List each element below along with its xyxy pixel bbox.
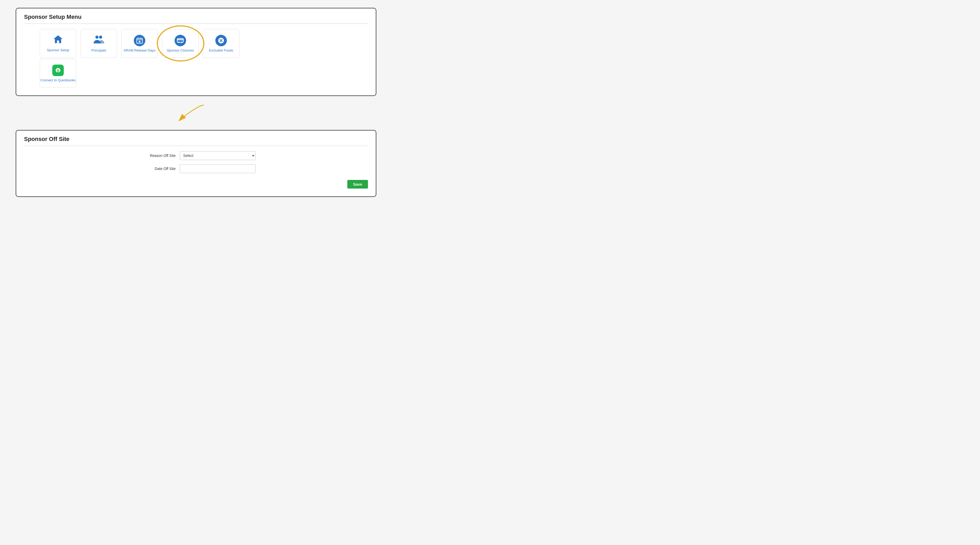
date-row: Date Off Site <box>29 164 368 173</box>
form-section: Reason Off Site Select Date Off Site Sav… <box>24 151 368 188</box>
x-circle-icon <box>215 35 227 46</box>
save-button[interactable]: Save <box>347 180 368 188</box>
principals-label: Principals <box>91 48 106 52</box>
bus-icon <box>175 35 186 46</box>
svg-point-5 <box>181 41 182 43</box>
menu-item-aram-release-days[interactable]: ARAM Release Days <box>121 29 158 58</box>
svg-rect-2 <box>137 38 142 43</box>
second-row: Connect to Quickbooks <box>24 59 368 88</box>
menu-card-title: Sponsor Setup Menu <box>24 14 368 24</box>
menu-item-sponsor-closures[interactable]: Sponsor Closures <box>162 29 199 58</box>
reason-row: Reason Off Site Select <box>29 151 368 160</box>
svg-point-0 <box>95 35 99 39</box>
form-card: Sponsor Off Site Reason Off Site Select … <box>16 130 376 197</box>
excluded-foods-label: Excluded Foods <box>209 48 233 52</box>
reason-select[interactable]: Select <box>180 151 256 160</box>
menu-item-excluded-foods[interactable]: Excluded Foods <box>203 29 239 58</box>
menu-grid: Sponsor Setup Principals <box>24 29 368 58</box>
quickbooks-icon <box>52 65 64 76</box>
menu-card: Sponsor Setup Menu Sponsor Setup Princ <box>16 8 376 96</box>
date-label: Date Off Site <box>142 167 176 171</box>
reason-label: Reason Off Site <box>142 153 176 158</box>
calendar-x-icon <box>134 35 145 46</box>
save-btn-row: Save <box>29 177 368 188</box>
menu-item-principals[interactable]: Principals <box>81 29 117 58</box>
svg-point-1 <box>99 35 102 39</box>
sponsor-closures-label: Sponsor Closures <box>167 48 194 52</box>
aram-release-days-label: ARAM Release Days <box>124 48 156 52</box>
svg-rect-3 <box>177 38 183 42</box>
connect-quickbooks-label: Connect to Quickbooks <box>40 78 76 82</box>
sponsor-setup-label: Sponsor Setup <box>47 48 69 52</box>
menu-item-sponsor-setup[interactable]: Sponsor Setup <box>40 29 76 58</box>
date-input[interactable] <box>180 164 256 173</box>
arrow-annotation <box>16 104 376 122</box>
menu-item-connect-quickbooks[interactable]: Connect to Quickbooks <box>40 59 76 88</box>
sponsor-closures-wrapper: Sponsor Closures <box>162 29 199 58</box>
house-icon <box>53 35 63 46</box>
svg-point-4 <box>178 41 179 43</box>
form-card-title: Sponsor Off Site <box>24 136 368 146</box>
people-icon <box>93 35 105 46</box>
